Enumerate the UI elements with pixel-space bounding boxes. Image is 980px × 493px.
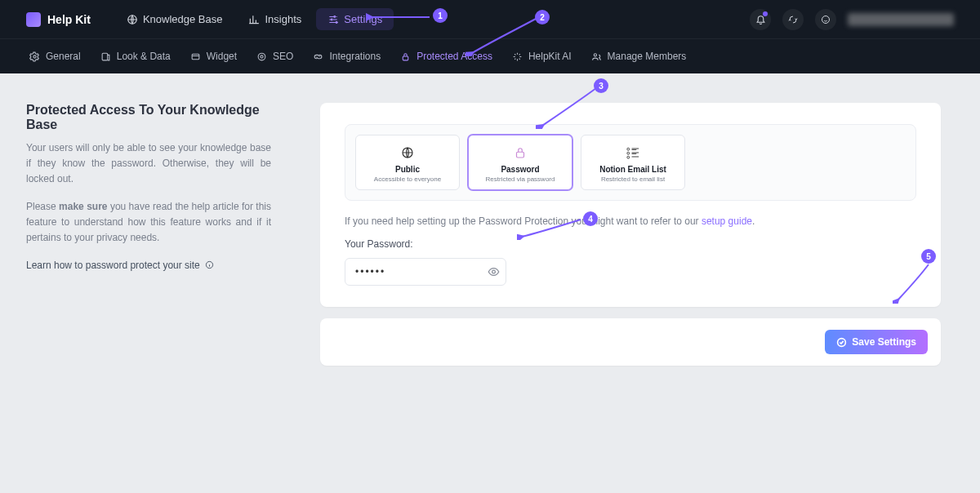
svg-point-8 (258, 53, 265, 60)
svg-point-18 (492, 270, 496, 273)
callout-1: 1 (433, 8, 448, 23)
notification-dot (763, 11, 768, 16)
option-password[interactable]: Password Restricted via password (468, 135, 572, 190)
svg-point-9 (261, 55, 263, 57)
svg-point-4 (822, 16, 830, 23)
user-email-redacted[interactable] (848, 13, 954, 26)
option-notion-email[interactable]: Notion Email List Restricted to email li… (581, 135, 685, 190)
subnav-protected-access-label: Protected Access (416, 51, 492, 62)
option-public-title: Public (361, 165, 454, 174)
subnav-look-data[interactable]: Look & Data (100, 51, 171, 62)
callout-4: 4 (583, 211, 598, 226)
palette-icon (100, 51, 111, 62)
brand-icon (26, 12, 41, 27)
desc-paragraph-2: Please make sure you have read the help … (26, 199, 271, 246)
svg-point-17 (627, 156, 630, 158)
learn-more-link[interactable]: Learn how to password protect your site (26, 260, 214, 271)
subnav-seo-label: SEO (273, 51, 293, 62)
svg-point-3 (336, 21, 337, 23)
nav-knowledge-base-label: Knowledge Base (143, 13, 223, 25)
sparkle-icon (512, 51, 523, 62)
users-icon (591, 51, 602, 62)
list-icon (625, 146, 641, 159)
info-icon (205, 260, 214, 269)
settings-subnav: General Look & Data Widget SEO Integrati… (0, 39, 980, 73)
subnav-general-label: General (46, 51, 81, 62)
subnav-general[interactable]: General (29, 51, 81, 62)
password-input[interactable] (345, 258, 506, 286)
nav-insights[interactable]: Insights (237, 8, 313, 30)
target-icon (256, 51, 267, 62)
save-settings-label: Save Settings (852, 336, 916, 348)
svg-rect-6 (102, 53, 108, 60)
widget-icon (190, 51, 201, 62)
option-password-title: Password (474, 165, 567, 174)
subnav-widget-label: Widget (207, 51, 237, 62)
subnav-integrations-label: Integrations (329, 51, 381, 62)
subnav-widget[interactable]: Widget (190, 51, 237, 62)
subnav-helpkit-ai[interactable]: HelpKit AI (512, 51, 572, 62)
option-password-sub: Restricted via password (474, 175, 567, 183)
globe-icon (127, 14, 138, 25)
notifications-button[interactable] (750, 9, 771, 30)
desc-paragraph-1: Your users will only be able to see your… (26, 140, 271, 188)
smile-icon (821, 15, 831, 24)
nav-settings-label: Settings (344, 13, 382, 25)
sync-icon (788, 15, 798, 24)
password-label: Your Password: (345, 238, 916, 250)
subnav-manage-members[interactable]: Manage Members (591, 51, 687, 62)
main-nav: Knowledge Base Insights Settings (115, 8, 394, 30)
save-settings-button[interactable]: Save Settings (825, 330, 928, 354)
subnav-integrations[interactable]: Integrations (313, 51, 381, 62)
brand-name: Help Kit (47, 13, 91, 26)
svg-point-5 (33, 55, 36, 57)
callout-2: 2 (535, 10, 550, 24)
option-notion-title: Notion Email List (586, 165, 679, 174)
nav-knowledge-base[interactable]: Knowledge Base (115, 8, 234, 30)
setup-help-text: If you need help setting up the Password… (345, 215, 916, 227)
subnav-look-data-label: Look & Data (117, 51, 171, 62)
subnav-protected-access[interactable]: Protected Access (400, 51, 492, 62)
link-icon (313, 51, 323, 62)
subnav-helpkit-ai-label: HelpKit AI (528, 51, 572, 62)
option-notion-sub: Restricted to email list (586, 175, 679, 183)
page-title: Protected Access To Your Knowledge Base (26, 103, 271, 132)
gear-icon (29, 51, 40, 62)
svg-point-11 (594, 53, 596, 56)
access-mode-chooser: Public Accessible to everyone Password R… (345, 124, 916, 201)
callout-3: 3 (594, 78, 608, 93)
callout-5: 5 (921, 249, 936, 264)
svg-point-16 (627, 152, 630, 154)
svg-point-1 (334, 16, 336, 17)
svg-rect-10 (403, 56, 408, 60)
svg-point-15 (627, 148, 630, 150)
lock-icon (400, 51, 411, 62)
access-settings-panel: Public Accessible to everyone Password R… (320, 103, 941, 307)
setup-guide-link[interactable]: setup guide (702, 215, 752, 227)
save-settings-panel: Save Settings (320, 318, 941, 366)
nav-settings[interactable]: Settings (316, 8, 394, 30)
sidebar-description: Protected Access To Your Knowledge Base … (26, 103, 271, 366)
sync-button[interactable] (782, 9, 804, 30)
option-public[interactable]: Public Accessible to everyone (355, 135, 460, 190)
brand[interactable]: Help Kit (26, 12, 91, 27)
svg-rect-7 (192, 54, 199, 60)
learn-more-label: Learn how to password protect your site (26, 260, 200, 271)
chart-icon (248, 14, 260, 25)
subnav-seo[interactable]: SEO (256, 51, 293, 62)
check-circle-icon (836, 337, 847, 348)
lock-icon (513, 145, 528, 160)
eye-icon (488, 266, 500, 278)
subnav-manage-members-label: Manage Members (608, 51, 687, 62)
sliders-icon (327, 14, 339, 25)
svg-point-2 (332, 19, 333, 20)
toggle-password-visibility[interactable] (488, 266, 500, 278)
help-button[interactable] (815, 9, 836, 30)
option-public-sub: Accessible to everyone (361, 175, 454, 183)
svg-rect-14 (517, 152, 524, 158)
nav-insights-label: Insights (265, 13, 301, 25)
globe-icon (400, 145, 415, 160)
